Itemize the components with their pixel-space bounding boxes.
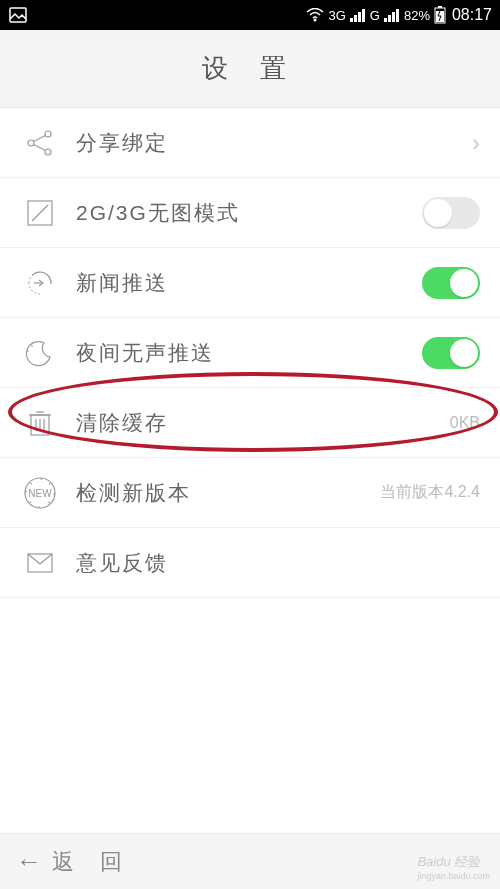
svg-line-16 xyxy=(34,135,46,141)
svg-rect-2 xyxy=(350,18,353,22)
signal-icon-1 xyxy=(350,8,366,22)
svg-rect-3 xyxy=(354,15,357,22)
version-value: 当前版本4.2.4 xyxy=(380,482,480,503)
new-badge-icon: NEW xyxy=(22,475,58,511)
page-title: 设 置 xyxy=(202,51,297,86)
svg-text:NEW: NEW xyxy=(28,488,52,499)
svg-rect-4 xyxy=(358,12,361,22)
svg-rect-6 xyxy=(384,18,387,22)
svg-rect-7 xyxy=(388,15,391,22)
battery-icon xyxy=(434,6,446,24)
footer-bar: ← 返 回 Baidu 经验 jingyan.baidu.com xyxy=(0,833,500,889)
svg-point-22 xyxy=(31,345,33,347)
svg-point-14 xyxy=(45,131,51,137)
toggle-news-push[interactable] xyxy=(422,267,480,299)
row-news-push[interactable]: 新闻推送 xyxy=(0,248,500,318)
network-label-1: 3G xyxy=(328,8,345,23)
network-label-2: G xyxy=(370,8,380,23)
status-bar: 3G G 82% 08:17 xyxy=(0,0,500,30)
row-check-update[interactable]: NEW 检测新版本 当前版本4.2.4 xyxy=(0,458,500,528)
svg-line-17 xyxy=(34,144,46,150)
toggle-no-image[interactable] xyxy=(422,197,480,229)
watermark: Baidu 经验 jingyan.baidu.com xyxy=(417,853,490,881)
row-feedback[interactable]: 意见反馈 xyxy=(0,528,500,598)
svg-rect-5 xyxy=(362,9,365,22)
signal-icon-2 xyxy=(384,8,400,22)
moon-icon xyxy=(22,335,58,371)
svg-rect-11 xyxy=(438,6,442,8)
cache-size-value: 0KB xyxy=(450,414,480,432)
row-label: 意见反馈 xyxy=(76,549,480,577)
chevron-right-icon: › xyxy=(472,129,480,157)
svg-point-1 xyxy=(314,19,317,22)
wifi-icon xyxy=(306,8,324,22)
share-icon xyxy=(22,125,58,161)
trash-icon xyxy=(22,405,58,441)
svg-rect-0 xyxy=(10,8,26,22)
row-label: 2G/3G无图模式 xyxy=(76,199,422,227)
svg-rect-9 xyxy=(396,9,399,22)
row-no-image-mode[interactable]: 2G/3G无图模式 xyxy=(0,178,500,248)
row-label: 检测新版本 xyxy=(76,479,380,507)
row-clear-cache[interactable]: 清除缓存 0KB xyxy=(0,388,500,458)
news-icon xyxy=(22,265,58,301)
svg-rect-8 xyxy=(392,12,395,22)
row-label: 清除缓存 xyxy=(76,409,450,437)
row-label: 新闻推送 xyxy=(76,269,422,297)
row-label: 夜间无声推送 xyxy=(76,339,422,367)
settings-list: 分享绑定 › 2G/3G无图模式 新闻推送 夜间无声推送 xyxy=(0,108,500,598)
page-header: 设 置 xyxy=(0,30,500,108)
time-label: 08:17 xyxy=(452,6,492,24)
svg-point-23 xyxy=(27,350,29,352)
envelope-icon xyxy=(22,545,58,581)
battery-label: 82% xyxy=(404,8,430,23)
svg-point-13 xyxy=(28,140,34,146)
toggle-night-silent[interactable] xyxy=(422,337,480,369)
row-share-binding[interactable]: 分享绑定 › xyxy=(0,108,500,178)
back-button[interactable]: 返 回 xyxy=(52,847,132,877)
picture-icon xyxy=(8,5,28,25)
svg-point-15 xyxy=(45,149,51,155)
row-label: 分享绑定 xyxy=(76,129,472,157)
slash-box-icon xyxy=(22,195,58,231)
row-night-silent-push[interactable]: 夜间无声推送 xyxy=(0,318,500,388)
back-arrow-icon[interactable]: ← xyxy=(16,846,42,877)
svg-line-19 xyxy=(32,205,48,221)
